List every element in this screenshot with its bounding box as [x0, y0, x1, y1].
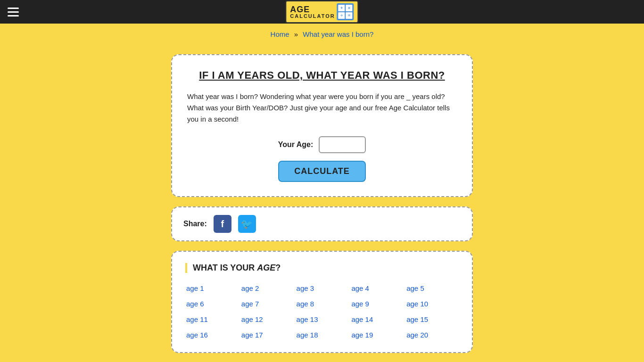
age-links-section: WHAT IS YOUR AGE? age 1age 2age 3age 4ag…: [171, 251, 473, 353]
logo: AGE CALCULATOR + × ÷ =: [285, 0, 358, 23]
logo-text-age: AGE: [290, 5, 335, 14]
age-input-row: Your Age:: [187, 136, 457, 153]
calculate-button-row: CALCULATE: [187, 161, 457, 182]
breadcrumb-current[interactable]: What year was I born?: [303, 30, 373, 38]
twitter-share-button[interactable]: 🐦: [238, 215, 256, 233]
age-link[interactable]: age 11: [185, 313, 239, 325]
calculate-button[interactable]: CALCULATE: [278, 161, 366, 182]
logo-text-calculator: CALCULATOR: [290, 14, 335, 19]
calculator-title: IF I AM YEARS OLD, WHAT YEAR WAS I BORN?: [187, 69, 457, 82]
age-link[interactable]: age 9: [350, 298, 404, 310]
breadcrumb-separator: »: [294, 30, 298, 38]
age-section-title: WHAT IS YOUR AGE?: [185, 263, 459, 273]
header: AGE CALCULATOR + × ÷ =: [0, 0, 644, 24]
age-grid: age 1age 2age 3age 4age 5age 6age 7age 8…: [185, 282, 459, 341]
age-link[interactable]: age 20: [405, 329, 459, 341]
age-link[interactable]: age 12: [240, 313, 294, 325]
calculator-card: IF I AM YEARS OLD, WHAT YEAR WAS I BORN?…: [171, 54, 473, 197]
age-link[interactable]: age 1: [185, 282, 239, 294]
age-link[interactable]: age 10: [405, 298, 459, 310]
age-link[interactable]: age 18: [296, 329, 349, 341]
age-link[interactable]: age 17: [240, 329, 294, 341]
facebook-share-button[interactable]: f: [214, 215, 231, 233]
share-label: Share:: [183, 220, 207, 228]
age-link[interactable]: age 19: [350, 329, 404, 341]
age-link[interactable]: age 2: [240, 282, 294, 294]
share-card: Share: f 🐦: [171, 206, 473, 241]
age-link[interactable]: age 16: [185, 329, 239, 341]
age-link[interactable]: age 7: [240, 298, 294, 310]
age-link[interactable]: age 8: [296, 298, 349, 310]
age-link[interactable]: age 6: [185, 298, 239, 310]
age-input[interactable]: [319, 136, 366, 153]
calculator-description: What year was I born? Wondering what yea…: [187, 91, 457, 125]
age-link[interactable]: age 3: [296, 282, 349, 294]
main-content: IF I AM YEARS OLD, WHAT YEAR WAS I BORN?…: [0, 45, 644, 362]
age-label: Your Age:: [278, 140, 314, 149]
age-link[interactable]: age 5: [405, 282, 459, 294]
age-link[interactable]: age 4: [350, 282, 404, 294]
menu-button[interactable]: [0, 2, 26, 22]
breadcrumb-home[interactable]: Home: [271, 30, 289, 38]
logo-icon: + × ÷ =: [337, 3, 354, 20]
breadcrumb: Home » What year was I born?: [0, 24, 644, 45]
age-link[interactable]: age 14: [350, 313, 404, 325]
age-link[interactable]: age 15: [405, 313, 459, 325]
age-link[interactable]: age 13: [296, 313, 349, 325]
